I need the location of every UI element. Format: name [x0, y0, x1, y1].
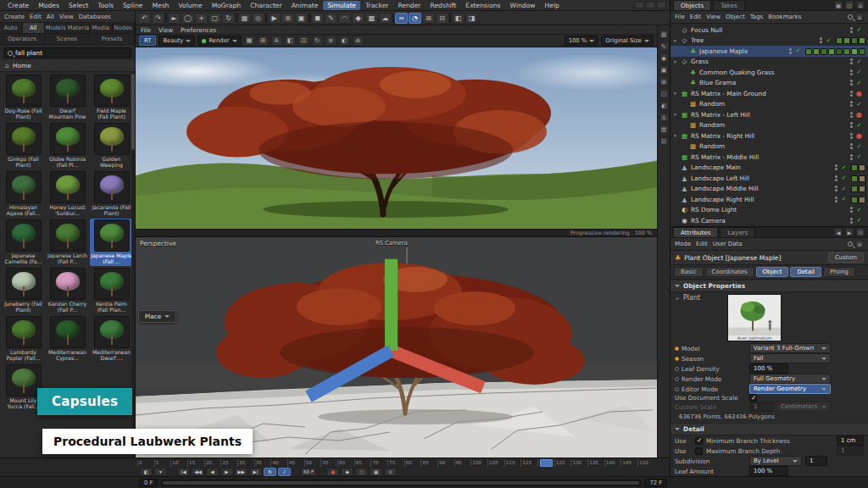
menu-item[interactable]: Help	[541, 1, 564, 10]
plant-card[interactable]: Juneberry (Fall Plant)	[2, 267, 45, 314]
visibility-dots[interactable]	[835, 186, 837, 191]
rotate-tool-icon[interactable]: ↻	[222, 13, 235, 24]
visibility-dots[interactable]	[850, 101, 853, 107]
panel-split-icon[interactable]: ◫	[845, 1, 854, 9]
keyframe-dot[interactable]	[675, 367, 679, 371]
filter-icon[interactable]: ◨	[465, 13, 478, 24]
enable-toggle[interactable]: ✓	[840, 175, 848, 181]
snap-3d-icon[interactable]: ◆	[659, 53, 669, 63]
expand-arrow-icon[interactable]: ▾	[672, 133, 678, 138]
custom-scale-unit-dropdown[interactable]: Centimeters	[776, 402, 831, 412]
primitive-cube-icon[interactable]: ◼	[311, 13, 324, 24]
render-view-menu-item[interactable]: Preferences	[181, 26, 216, 34]
enable-toggle[interactable]: ✓	[855, 143, 863, 150]
enable-toggle[interactable]: ✓	[794, 47, 802, 54]
region-icon[interactable]: ⊡	[298, 36, 309, 46]
enable-toggle[interactable]: ●	[855, 132, 863, 140]
visibility-dots[interactable]	[850, 143, 853, 149]
enable-toggle[interactable]: ✓	[855, 217, 863, 224]
layout-panel-icon[interactable]	[657, 2, 666, 8]
texture-tags[interactable]	[835, 36, 865, 44]
visibility-dots[interactable]	[850, 69, 853, 75]
sound-button[interactable]: ♪	[278, 468, 291, 476]
visibility-dots[interactable]	[850, 133, 853, 139]
layout-icon[interactable]: ▤	[659, 30, 669, 39]
panel-grid-icon[interactable]: ▦	[834, 1, 843, 9]
enable-toggle[interactable]: ✓	[840, 164, 848, 171]
visibility-dots[interactable]	[850, 80, 853, 86]
dynamics-icon[interactable]: ◔	[409, 13, 421, 24]
custom-scale-field[interactable]: 1	[749, 402, 773, 412]
snapshot-icon[interactable]: ⊞	[258, 36, 269, 46]
menu-item[interactable]: MoGraph	[208, 1, 246, 10]
attribute-tab[interactable]: Layers	[720, 227, 755, 237]
object-row[interactable]: ▾ ▦ RS Matrix - Left Hill ●	[670, 109, 868, 120]
object-name[interactable]: RS Camera	[691, 217, 726, 225]
object-name[interactable]: RS Matrix - Middle Hill	[691, 153, 759, 161]
min-branch-field[interactable]: 1 cm	[837, 435, 864, 446]
axis-lock-icon[interactable]: ◎	[252, 13, 264, 24]
plant-preview-thumbnail[interactable]: Acer palmatum	[727, 294, 782, 341]
pen-tool-icon[interactable]: ✎	[325, 13, 337, 24]
asset-browser-menu-item[interactable]: View	[59, 13, 74, 20]
object-name[interactable]: Random	[699, 121, 725, 129]
menu-item[interactable]: Character	[246, 1, 287, 10]
enable-toggle[interactable]: ✓	[855, 26, 863, 33]
render-dropdown[interactable]: Render	[198, 36, 241, 46]
model-dropdown[interactable]: Variant 3 Full-Grown	[749, 343, 831, 353]
use-document-scale-checkbox[interactable]	[749, 394, 757, 402]
enable-toggle[interactable]: ●	[855, 111, 863, 119]
enable-toggle[interactable]: ✓	[840, 196, 848, 202]
texture-tags[interactable]	[850, 185, 865, 192]
asset-search-input[interactable]	[15, 49, 127, 57]
visibility-dots[interactable]	[820, 37, 822, 43]
snap-icon[interactable]: ⊞	[422, 13, 435, 24]
back-icon[interactable]: ◀	[834, 228, 843, 236]
subdivision-dropdown[interactable]: By Level	[749, 456, 802, 466]
min-branch-checkbox[interactable]	[695, 437, 703, 445]
object-row[interactable]: ♣ Common Quaking Grass ✓	[670, 67, 868, 78]
object-manager-menu-item[interactable]: Edit	[690, 14, 702, 20]
motion-system-button[interactable]: ⊙	[384, 468, 397, 476]
object-manager-tab[interactable]: Objects	[673, 0, 711, 10]
pass-dropdown[interactable]: Beauty	[159, 36, 195, 46]
object-properties-header[interactable]: Object Properties	[670, 280, 868, 292]
plant-card[interactable]: Kentia Palm (Fall Plan...	[90, 267, 133, 314]
menu-item[interactable]: Window	[506, 1, 540, 10]
asset-browser-tab[interactable]: Models	[45, 23, 68, 33]
keyframe-dot[interactable]	[675, 357, 679, 361]
compare-icon[interactable]: ◧	[285, 36, 296, 46]
object-row[interactable]: ▩ Random ✓	[670, 99, 868, 110]
play-button[interactable]: ▶	[220, 468, 233, 476]
render-preview[interactable]	[136, 47, 657, 230]
object-name[interactable]: RS Matrix - Left Hill	[691, 111, 750, 119]
plant-card[interactable]: Dog-Rose (Fall Plant)	[2, 74, 45, 121]
toolbar-icon[interactable]	[265, 14, 267, 23]
plant-card[interactable]: Field Maple (Fall Plant)	[90, 74, 133, 121]
object-name[interactable]: Common Quaking Grass	[699, 69, 775, 76]
subdivision-level-field[interactable]: 1	[805, 456, 827, 466]
object-row[interactable]: ▦ RS Matrix - Middle Hill ✓	[670, 152, 868, 163]
texture-tags[interactable]	[804, 47, 865, 55]
asset-browser-menu-item[interactable]: Databases	[79, 13, 111, 20]
render-region-icon[interactable]: ▣	[295, 13, 308, 24]
object-name[interactable]: Grass	[691, 58, 709, 65]
goto-start-button[interactable]: |◀	[177, 468, 190, 476]
timeline-options-icon[interactable]: ▾	[154, 468, 167, 476]
search-icon[interactable]	[848, 241, 853, 247]
current-frame-field[interactable]: 60 F	[301, 468, 316, 476]
texture-tags[interactable]	[850, 175, 865, 182]
rt-button[interactable]: RT	[139, 36, 156, 46]
aov-icon[interactable]: ▦	[244, 36, 255, 46]
asset-browser-menu-item[interactable]: All	[47, 13, 54, 20]
plant-card[interactable]: Himalayan Agave (Fall...	[2, 170, 45, 218]
enable-toggle[interactable]: ✓	[855, 207, 863, 214]
menu-item[interactable]: Modes	[34, 1, 64, 10]
asset-browser-tab[interactable]: Materials	[68, 23, 91, 33]
menu-item[interactable]: Render	[393, 1, 425, 10]
toolbar-icon[interactable]	[392, 14, 394, 23]
expand-arrow-icon[interactable]: ▾	[672, 91, 678, 96]
visibility-dots[interactable]	[850, 58, 853, 64]
volume-icon[interactable]: ☁	[379, 13, 392, 24]
sphere-icon[interactable]: ○	[659, 89, 669, 98]
